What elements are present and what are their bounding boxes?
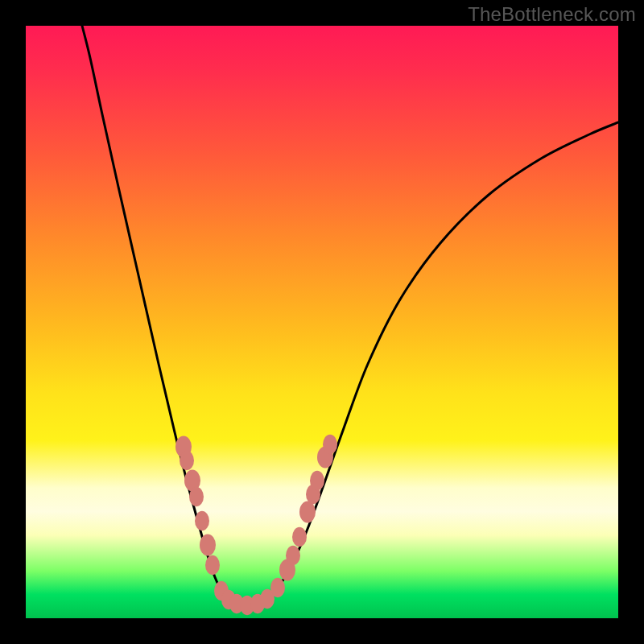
chart-overlay <box>26 26 618 618</box>
bottleneck-v-curve <box>82 26 618 606</box>
curve-bead <box>299 502 316 523</box>
viewport: TheBottleneck.com <box>0 0 644 644</box>
curve-bead <box>323 435 337 454</box>
curve-bead <box>292 527 307 547</box>
curve-bead <box>195 511 209 530</box>
plot-area <box>26 26 618 618</box>
curve-bead <box>270 578 285 597</box>
curve-bead <box>180 451 194 470</box>
watermark-text: TheBottleneck.com <box>468 3 636 26</box>
curve-beads-group <box>175 435 337 615</box>
curve-bead <box>286 546 300 565</box>
curve-bead <box>200 535 216 556</box>
curve-bead <box>310 471 324 490</box>
curve-bead <box>205 555 220 575</box>
curve-bead <box>189 487 204 506</box>
